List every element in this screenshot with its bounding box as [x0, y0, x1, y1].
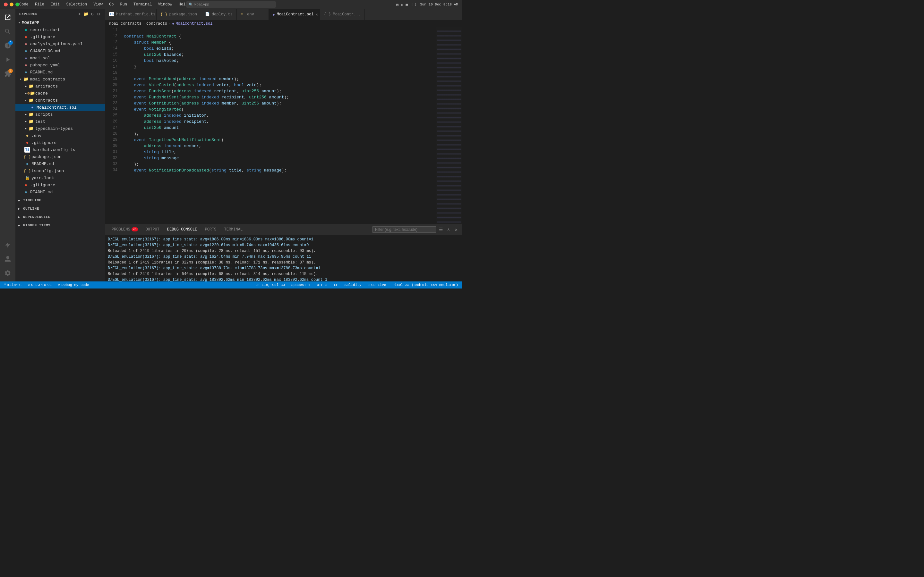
panel-collapse-icon[interactable]: ∧ — [445, 226, 452, 233]
settings-activity-icon[interactable] — [2, 268, 13, 279]
menu-run[interactable]: Run — [117, 0, 130, 9]
file-hardhat-config[interactable]: TS hardhat.config.ts — [15, 146, 105, 153]
position-status[interactable]: Ln 118, Col 33 — [254, 283, 286, 287]
layout3-icon[interactable]: ▦ — [406, 3, 408, 7]
tab-problems[interactable]: PROBLEMS 96 — [108, 224, 142, 235]
panel-list-icon[interactable]: ☰ — [438, 226, 444, 233]
refresh-icon[interactable]: ↻ — [90, 11, 95, 17]
tab-deploy-ts[interactable]: 📄 deploy.ts — [201, 9, 237, 20]
dependencies-header[interactable]: ▶ DEPENDENCIES — [15, 213, 105, 221]
file-readme-contracts[interactable]: ◆ README.md — [15, 160, 105, 167]
tab-moai-contract-outline[interactable]: { } MoaiContr... — [320, 9, 365, 20]
tab-close-moai[interactable]: ✕ — [316, 12, 318, 17]
device-status[interactable]: Pixel_3a (android x64 emulator) — [391, 283, 459, 287]
collapse-icon[interactable]: ⊟ — [96, 11, 102, 17]
breadcrumb-part-3[interactable]: MoaiContract.sol — [176, 21, 212, 26]
language-text: Solidity — [344, 283, 362, 287]
layout4-icon[interactable]: ⋮⋮ — [410, 3, 417, 7]
file-env[interactable]: ◆ .env — [15, 132, 105, 139]
debug-status[interactable]: ⊙ Debug my code — [57, 283, 90, 287]
close-button[interactable] — [4, 3, 8, 6]
md-icon-2: ◆ — [23, 69, 29, 75]
layout2-icon[interactable]: ▥ — [401, 3, 403, 7]
spaces-status[interactable]: Spaces: 4 — [290, 283, 312, 287]
file-gitignore-3[interactable]: ◆ .gitignore — [15, 181, 105, 189]
branch-status[interactable]: ⑂ main* ↻ — [3, 283, 23, 287]
file-name: .gitignore — [31, 140, 57, 145]
language-status[interactable]: Solidity — [343, 283, 363, 287]
folder-contracts[interactable]: ▾ 📁 contracts — [15, 97, 105, 104]
file-readme-root[interactable]: ◆ README.md — [15, 69, 105, 76]
code-content[interactable]: contract MoaiContract { struct Member { … — [121, 27, 434, 224]
tab-ports[interactable]: PORTS — [201, 224, 220, 235]
folder-moai-contracts[interactable]: ▾ 📁 moai_contracts — [15, 76, 105, 83]
breadcrumb-part-1[interactable]: moai_contracts — [109, 21, 142, 26]
new-file-icon[interactable]: + — [77, 11, 82, 17]
extensions-activity-icon[interactable]: 1 — [2, 68, 13, 79]
accounts-activity-icon[interactable] — [2, 253, 13, 265]
file-analysis-options[interactable]: ◆ analysis_options.yaml — [15, 40, 105, 47]
vertical-scrollbar[interactable] — [434, 27, 436, 224]
spaces-text: Spaces: 4 — [291, 283, 310, 287]
file-yarn-lock[interactable]: 🔒 yarn.lock — [15, 174, 105, 181]
outline-header[interactable]: ▶ OUTLINE — [15, 205, 105, 212]
errors-status[interactable]: ✕ 0 ⚠ 3 ℹ 0 93 — [27, 283, 53, 287]
tab-hardhat-config[interactable]: TS hardhat.config.ts — [105, 9, 157, 20]
menu-edit[interactable]: Edit — [47, 0, 63, 9]
file-package-json[interactable]: { } package.json — [15, 153, 105, 160]
error-count: 0 — [31, 283, 33, 287]
go-live-status[interactable]: ⚡ Go Live — [367, 283, 388, 287]
explorer-root[interactable]: ▾ MOAIAPP — [15, 19, 105, 26]
file-secrets-dart[interactable]: ◆ secrets.dart — [15, 26, 105, 33]
tab-moai-contract-sol[interactable]: ◈ MoaiContract.sol ✕ — [269, 9, 320, 20]
global-search-bar[interactable]: 🔍 MoaiApp — [186, 1, 276, 8]
explorer-activity-icon[interactable] — [2, 11, 13, 23]
menu-terminal[interactable]: Terminal — [130, 0, 155, 9]
encoding-status[interactable]: UTF-8 — [315, 283, 328, 287]
sol-icon-2: ◈ — [29, 105, 35, 110]
file-moai-contract-sol[interactable]: ◈ MoaiContract.sol — [15, 104, 105, 111]
file-changelog[interactable]: ◆ CHANGELOG.md — [15, 47, 105, 55]
folder-cache[interactable]: ▶ ⚙📁 cache — [15, 90, 105, 97]
code-editor[interactable]: 11 12 13 14 15 16 17 18 19 20 21 22 23 2… — [105, 27, 436, 224]
tab-terminal[interactable]: TERMINAL — [220, 224, 246, 235]
file-tsconfig[interactable]: { } tsconfig.json — [15, 167, 105, 174]
source-control-activity-icon[interactable]: 3 — [2, 40, 13, 51]
remote-activity-icon[interactable] — [2, 239, 13, 251]
breadcrumb-part-2[interactable]: contracts — [146, 21, 167, 26]
file-readme-2[interactable]: ◆ README.md — [15, 189, 105, 195]
tab-env[interactable]: ≡ .env — [237, 9, 269, 20]
minimize-button[interactable] — [10, 3, 13, 6]
count-93: 93 — [47, 283, 52, 287]
panel-controls: ☰ ∧ ✕ — [438, 226, 459, 233]
menu-go[interactable]: Go — [106, 0, 117, 9]
menu-code[interactable]: Code — [16, 0, 32, 9]
code-line-21: event FundsSent(address indexed recipien… — [124, 88, 434, 94]
file-gitignore-1[interactable]: ◆ .gitignore — [15, 33, 105, 40]
panel-close-icon[interactable]: ✕ — [453, 226, 459, 233]
line-ending-status[interactable]: LF — [333, 283, 339, 287]
tab-output[interactable]: OUTPUT — [142, 224, 163, 235]
root-label: MOAIAPP — [22, 21, 39, 25]
folder-typechain[interactable]: ▶ 📁 typechain-types — [15, 125, 105, 132]
menu-view[interactable]: View — [90, 0, 106, 9]
folder-test[interactable]: ▶ 📁 test — [15, 118, 105, 125]
run-debug-activity-icon[interactable] — [2, 54, 13, 65]
menu-selection[interactable]: Selection — [63, 0, 90, 9]
search-activity-icon[interactable] — [2, 26, 13, 37]
folder-artifacts[interactable]: ▶ 📁 artifacts — [15, 83, 105, 90]
tab-package-json[interactable]: { } package.json — [157, 9, 201, 20]
hidden-items-header[interactable]: ▶ HIDDEN ITEMS — [15, 222, 105, 229]
tab-debug-console[interactable]: DEBUG CONSOLE — [163, 224, 201, 235]
timeline-header[interactable]: ▶ TIMELINE — [15, 197, 105, 204]
file-gitignore-2[interactable]: ◆ .gitignore — [15, 139, 105, 146]
file-pubspec[interactable]: ◆ pubspec.yaml — [15, 61, 105, 69]
new-folder-icon[interactable]: 📁 — [83, 11, 89, 17]
titlebar: Code File Edit Selection View Go Run Ter… — [0, 0, 462, 9]
layout-icon[interactable]: ▤ — [396, 3, 399, 7]
menu-file[interactable]: File — [32, 0, 47, 9]
file-moai-sol[interactable]: ◈ moai.sol — [15, 55, 105, 61]
folder-scripts[interactable]: ▶ 📁 scripts — [15, 111, 105, 118]
menu-window[interactable]: Window — [155, 0, 176, 9]
filter-input[interactable] — [372, 226, 436, 233]
